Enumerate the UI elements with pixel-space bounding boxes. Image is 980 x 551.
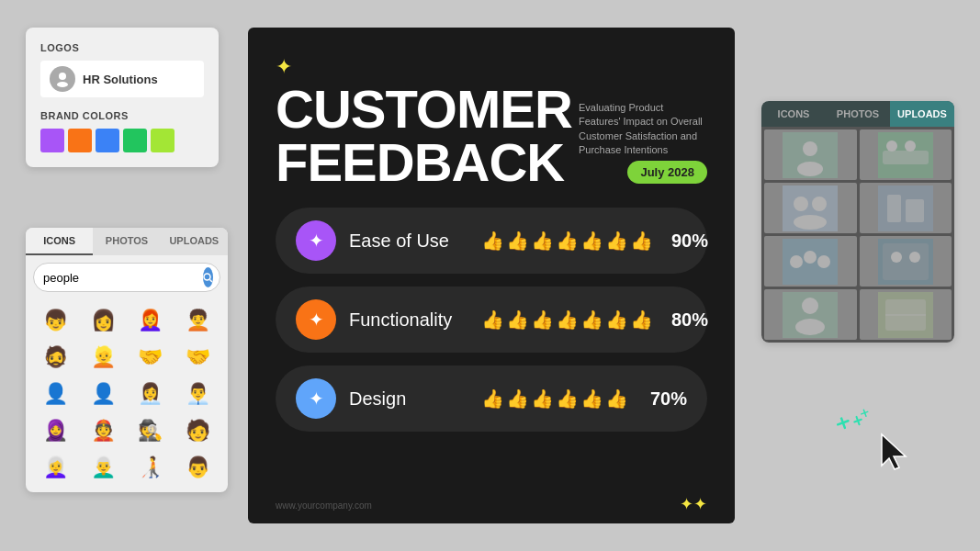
color-swatch-orange[interactable] bbox=[68, 129, 92, 152]
photo-3[interactable] bbox=[764, 183, 857, 233]
svg-point-0 bbox=[59, 73, 66, 80]
feedback-row-ease: ✦ Ease of Use 👍👍👍👍👍👍👍 90% bbox=[276, 208, 707, 274]
icon-handshake-2[interactable]: 🤝 bbox=[175, 340, 221, 375]
thumbs-design: 👍👍👍👍👍👍 bbox=[481, 388, 632, 410]
color-swatch-green[interactable] bbox=[123, 129, 147, 152]
icon-person-6[interactable]: 👱 bbox=[81, 340, 127, 375]
right-tab-photos[interactable]: PHOTOS bbox=[826, 101, 890, 127]
svg-point-14 bbox=[794, 215, 827, 230]
svg-point-13 bbox=[812, 197, 827, 211]
logo-item[interactable]: HR Solutions bbox=[40, 61, 204, 97]
svg-point-1 bbox=[57, 82, 68, 87]
right-tab-icons[interactable]: ICONS bbox=[761, 101, 826, 127]
icon-person-2[interactable]: 👩 bbox=[81, 303, 127, 338]
tab-icons[interactable]: ICONS bbox=[26, 228, 93, 255]
left-top-panel: LOGOS HR Solutions BRAND COLORS bbox=[26, 28, 219, 167]
slide-star-top: ✦ bbox=[276, 55, 707, 79]
row-label-func: Functionality bbox=[349, 309, 468, 331]
slide-footer-url: www.yourcompany.com bbox=[276, 500, 372, 511]
slide-footer-star: ✦✦ bbox=[680, 494, 707, 514]
icon-person-last[interactable]: 👨 bbox=[175, 450, 221, 485]
color-swatch-blue[interactable] bbox=[96, 129, 119, 152]
thumbs-ease: 👍👍👍👍👍👍👍 bbox=[481, 230, 653, 252]
logos-label: LOGOS bbox=[40, 42, 204, 53]
icon-elder-man[interactable]: 👨‍🦳 bbox=[81, 450, 127, 485]
icon-silhouette-2[interactable]: 👤 bbox=[81, 377, 127, 411]
right-tabs-bar: ICONS PHOTOS UPLOADS bbox=[761, 101, 954, 127]
tab-photos[interactable]: PHOTOS bbox=[93, 228, 160, 255]
svg-rect-23 bbox=[883, 243, 929, 280]
logo-name: HR Solutions bbox=[83, 73, 158, 86]
icon-business-man[interactable]: 👨‍💼 bbox=[175, 377, 221, 411]
icon-business-woman[interactable]: 👩‍💼 bbox=[128, 377, 174, 411]
brand-colors-label: BRAND COLORS bbox=[40, 110, 204, 121]
right-tab-uploads[interactable]: UPLOADS bbox=[890, 101, 954, 127]
right-panel: ICONS PHOTOS UPLOADS bbox=[761, 101, 954, 343]
percent-ease: 90% bbox=[671, 231, 708, 252]
svg-point-5 bbox=[803, 141, 817, 156]
color-swatch-purple[interactable] bbox=[40, 129, 64, 152]
svg-rect-8 bbox=[883, 151, 929, 164]
sparkle-icon bbox=[832, 408, 879, 455]
photo-5[interactable] bbox=[764, 236, 857, 287]
svg-point-9 bbox=[886, 141, 897, 152]
photo-4[interactable] bbox=[860, 183, 952, 233]
icon-person-3[interactable]: 👩‍🦰 bbox=[128, 303, 174, 338]
icon-detective[interactable]: 🕵️ bbox=[128, 413, 174, 448]
brand-colors bbox=[40, 129, 204, 152]
svg-point-2 bbox=[204, 274, 210, 280]
tab-uploads[interactable]: UPLOADS bbox=[161, 228, 228, 255]
icons-grid: 👦 👩 👩‍🦰 🧑‍🦱 🧔 👱 🤝 🤝 👤 👤 👩‍💼 👨‍💼 🧕 👲 🕵️ 🧑… bbox=[26, 299, 228, 492]
search-button[interactable] bbox=[203, 267, 213, 287]
date-badge: July 2028 bbox=[627, 161, 707, 184]
row-icon-ease: ✦ bbox=[296, 220, 336, 261]
percent-design: 70% bbox=[650, 388, 687, 410]
photo-1[interactable] bbox=[764, 129, 857, 180]
percent-func: 80% bbox=[671, 309, 708, 331]
icon-handshake-1[interactable]: 🤝 bbox=[128, 340, 174, 375]
svg-rect-17 bbox=[906, 199, 924, 222]
svg-point-12 bbox=[794, 197, 808, 211]
svg-point-27 bbox=[802, 298, 818, 314]
svg-point-25 bbox=[909, 252, 920, 263]
cursor-area bbox=[838, 413, 911, 478]
icon-person-1[interactable]: 👦 bbox=[33, 303, 79, 338]
svg-point-19 bbox=[790, 255, 803, 268]
icons-tabs-bar: ICONS PHOTOS UPLOADS bbox=[26, 228, 228, 255]
svg-point-20 bbox=[804, 251, 817, 264]
color-swatch-lime[interactable] bbox=[151, 129, 175, 152]
feedback-row-func: ✦ Functionality 👍👍👍👍👍👍👍 80% bbox=[276, 287, 707, 353]
photo-8[interactable] bbox=[860, 289, 952, 340]
row-label-design: Design bbox=[349, 388, 468, 410]
svg-point-6 bbox=[797, 162, 823, 176]
svg-rect-16 bbox=[887, 195, 901, 222]
row-icon-func: ✦ bbox=[296, 299, 336, 340]
icon-person-4[interactable]: 🧑‍🦱 bbox=[175, 303, 221, 338]
svg-line-35 bbox=[854, 420, 862, 422]
photo-6[interactable] bbox=[860, 236, 952, 287]
icon-person-hijab[interactable]: 🧕 bbox=[33, 413, 79, 448]
icons-panel: ICONS PHOTOS UPLOADS 👦 👩 👩‍🦰 🧑‍🦱 🧔 👱 🤝 🤝… bbox=[26, 228, 228, 492]
slide-subtitle: Evaluating Product Features' Impact on O… bbox=[579, 101, 707, 158]
svg-point-21 bbox=[817, 255, 830, 268]
svg-point-10 bbox=[905, 141, 916, 152]
icon-blind-person[interactable]: 🧑‍🦯 bbox=[128, 450, 174, 485]
svg-point-28 bbox=[795, 319, 825, 335]
cursor-arrow-icon bbox=[878, 433, 911, 478]
main-container: LOGOS HR Solutions BRAND COLORS ICONS PH… bbox=[0, 0, 980, 551]
icon-person-5[interactable]: 🧔 bbox=[33, 340, 79, 375]
search-bar bbox=[33, 263, 220, 292]
photo-7[interactable] bbox=[764, 289, 857, 340]
row-label-ease: Ease of Use bbox=[349, 231, 468, 252]
icon-person-neutral[interactable]: 🧑 bbox=[175, 413, 221, 448]
photo-2[interactable] bbox=[860, 129, 952, 180]
search-input[interactable] bbox=[43, 271, 197, 285]
svg-line-3 bbox=[210, 279, 213, 282]
feedback-rows: ✦ Ease of Use 👍👍👍👍👍👍👍 90% ✦ Functionalit… bbox=[276, 208, 707, 432]
thumbs-func: 👍👍👍👍👍👍👍 bbox=[481, 309, 653, 331]
icon-elder-woman[interactable]: 👩‍🦳 bbox=[33, 450, 79, 485]
icon-silhouette-1[interactable]: 👤 bbox=[33, 377, 79, 411]
logo-icon bbox=[50, 66, 75, 92]
icon-person-cap[interactable]: 👲 bbox=[81, 413, 127, 448]
photos-grid bbox=[761, 127, 954, 343]
